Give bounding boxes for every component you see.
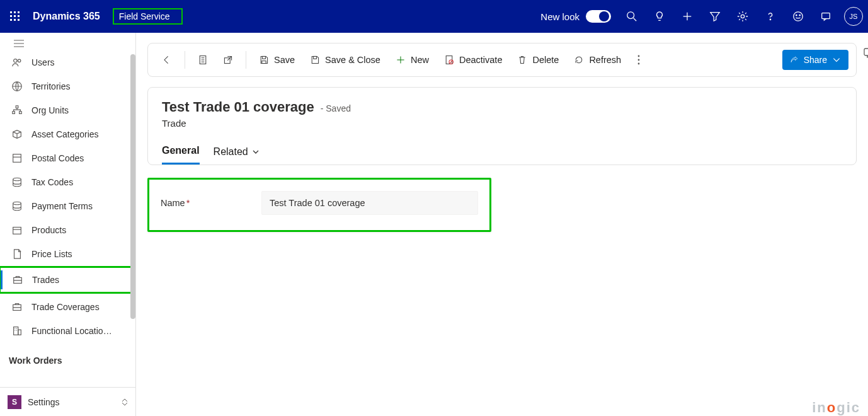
command-bar: Save Save & Close New Deactivate Delete … xyxy=(147,43,857,77)
refresh-button[interactable]: Refresh xyxy=(568,49,627,71)
svg-rect-0 xyxy=(10,11,12,13)
watermark: inogic xyxy=(812,400,860,416)
svg-rect-4 xyxy=(14,15,16,17)
user-avatar[interactable]: JS xyxy=(844,7,863,26)
deactivate-button[interactable]: Deactivate xyxy=(438,49,509,71)
nav-label: Org Units xyxy=(31,105,69,115)
nav-label: Trade Coverages xyxy=(31,302,100,312)
funnel-icon xyxy=(709,11,721,22)
copilot-rail-button[interactable] xyxy=(859,43,868,63)
svg-rect-7 xyxy=(14,19,16,21)
svg-rect-19 xyxy=(822,13,830,19)
tab-general[interactable]: General xyxy=(162,145,200,165)
svg-rect-36 xyxy=(18,330,21,335)
svg-rect-2 xyxy=(18,11,20,13)
svg-rect-43 xyxy=(262,61,266,64)
save-button[interactable]: Save xyxy=(253,49,301,71)
app-launcher[interactable] xyxy=(0,0,30,33)
nav-group-work-orders: Work Orders xyxy=(0,343,135,369)
svg-rect-29 xyxy=(13,154,21,163)
refresh-label: Refresh xyxy=(589,55,621,65)
svg-point-15 xyxy=(770,19,770,20)
delete-button[interactable]: Delete xyxy=(511,49,565,71)
svg-rect-53 xyxy=(864,49,868,55)
settings-button[interactable] xyxy=(729,0,756,33)
app-name[interactable]: Field Service xyxy=(119,11,170,21)
back-button[interactable] xyxy=(156,49,178,71)
nav-item-payment-terms[interactable]: Payment Terms xyxy=(0,194,135,218)
svg-point-50 xyxy=(638,55,640,57)
new-button[interactable]: New xyxy=(389,49,435,71)
refresh-icon xyxy=(574,55,584,65)
nav-item-tax-codes[interactable]: Tax Codes xyxy=(0,170,135,194)
waffle-icon xyxy=(10,11,20,21)
plus-icon xyxy=(396,55,406,65)
share-button[interactable]: Share xyxy=(782,50,848,70)
nav-scroll[interactable]: Users Territories Org Units Asset Catego… xyxy=(0,54,135,387)
form-field-highlight: Name* xyxy=(147,178,491,232)
svg-rect-44 xyxy=(314,56,317,59)
nav-item-asset-categories[interactable]: Asset Categories xyxy=(0,122,135,146)
chevron-down-icon xyxy=(832,55,841,64)
svg-rect-8 xyxy=(18,19,20,21)
brand-title[interactable]: Dynamics 365 xyxy=(30,11,110,22)
nav-label: Trades xyxy=(32,275,59,285)
nav-item-users[interactable]: Users xyxy=(0,54,135,74)
add-button[interactable] xyxy=(674,0,700,33)
assist-button[interactable] xyxy=(813,0,839,33)
globe-icon xyxy=(11,81,23,92)
svg-point-52 xyxy=(638,63,640,65)
nav-item-functional-locations[interactable]: Functional Locatio… xyxy=(0,319,135,343)
record-header: Test Trade 01 coverage - Saved Trade Gen… xyxy=(147,87,857,165)
building-icon xyxy=(11,325,23,337)
new-look-toggle[interactable]: New look xyxy=(540,10,611,23)
more-commands-button[interactable] xyxy=(630,55,648,65)
nav-item-products[interactable]: Products xyxy=(0,218,135,242)
share-label: Share xyxy=(804,55,827,65)
area-switcher[interactable]: S Settings xyxy=(0,387,135,416)
filter-button[interactable] xyxy=(702,0,728,33)
nav-label: Price Lists xyxy=(31,249,72,259)
app-name-highlight: Field Service xyxy=(113,8,183,25)
nav-item-postal-codes[interactable]: Postal Codes xyxy=(0,146,135,170)
insights-button[interactable] xyxy=(646,0,673,33)
svg-point-24 xyxy=(18,59,20,62)
nav-item-territories[interactable]: Territories xyxy=(0,74,135,98)
nav-label: Products xyxy=(31,225,66,235)
back-icon xyxy=(162,55,172,65)
field-name-input[interactable] xyxy=(261,191,478,215)
field-name-label: Name* xyxy=(161,198,261,208)
help-button[interactable] xyxy=(757,0,784,33)
save-close-label: Save & Close xyxy=(325,55,380,65)
feedback-button[interactable] xyxy=(785,0,811,33)
record-title: Test Trade 01 coverage xyxy=(162,99,314,115)
nav-item-trades[interactable]: Trades xyxy=(1,268,134,292)
deactivate-label: Deactivate xyxy=(459,55,503,65)
avatar-initials: JS xyxy=(850,13,858,20)
top-navbar: Dynamics 365 Field Service New look JS xyxy=(0,0,868,33)
form-selector-button[interactable] xyxy=(191,49,214,71)
nav-item-price-lists[interactable]: Price Lists xyxy=(0,242,135,266)
users-icon xyxy=(11,57,23,68)
tab-related[interactable]: Related xyxy=(214,145,260,165)
svg-line-10 xyxy=(634,18,637,21)
svg-point-31 xyxy=(13,202,21,205)
search-button[interactable] xyxy=(619,0,645,33)
svg-point-14 xyxy=(741,14,744,18)
new-label: New xyxy=(411,55,429,65)
open-new-window-button[interactable] xyxy=(217,49,239,71)
trash-icon xyxy=(517,55,527,65)
popout-icon xyxy=(223,55,233,65)
hamburger-icon xyxy=(14,40,24,47)
tab-label: General xyxy=(162,145,200,156)
nav-item-trade-coverages[interactable]: Trade Coverages xyxy=(0,295,135,319)
save-close-icon xyxy=(310,55,320,65)
search-icon xyxy=(626,11,637,22)
svg-rect-3 xyxy=(10,15,12,17)
save-close-button[interactable]: Save & Close xyxy=(304,49,387,71)
svg-point-51 xyxy=(638,59,640,61)
sidebar-collapse[interactable] xyxy=(0,33,135,54)
nav-item-org-units[interactable]: Org Units xyxy=(0,98,135,122)
stack-icon xyxy=(11,176,23,188)
svg-rect-6 xyxy=(10,19,12,21)
